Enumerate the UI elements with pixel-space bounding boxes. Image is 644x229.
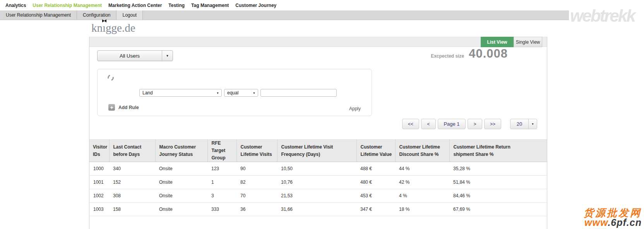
table-row: 1003 158 Onsite 333 36 31,66 347 € 18 % … <box>89 203 547 216</box>
pagination-next-button[interactable]: > <box>468 119 482 129</box>
single-view-button[interactable]: Single View <box>514 37 542 47</box>
col-header-discount-share: Customer Lifetime Discount Share % <box>395 140 449 162</box>
col-header-lifetime-value: Customer Lifetime Value <box>356 140 395 162</box>
caret-down-icon: ▼ <box>253 92 255 94</box>
pagination-first-button[interactable]: << <box>402 119 419 129</box>
brand-logo: knıgge.de <box>91 22 135 34</box>
nav-item-testing[interactable]: Testing <box>168 3 185 8</box>
cell-visitor-id: 1001 <box>89 176 109 189</box>
brand-text-post: gge.de <box>106 22 135 34</box>
table-row: 1000 340 Onsite 123 90 10,50 488 € 44 % … <box>89 162 547 176</box>
pagination-last-button[interactable]: >> <box>484 119 501 129</box>
page-size-dropdown[interactable]: 20 ▼ <box>510 119 537 129</box>
filter-attribute-select[interactable]: Land ▼ <box>139 89 222 97</box>
col-header-lifetime-visits: Customer Lifetime Visits <box>236 140 277 162</box>
nav-item-tag-management[interactable]: Tag Management <box>191 3 229 8</box>
col-header-last-contact: Last Contact before Days <box>109 140 155 162</box>
view-toggle: List View Single View <box>481 37 542 47</box>
tab-bar: User Relationship Management Configurati… <box>0 10 569 20</box>
table-row-partial <box>89 216 547 229</box>
col-header-visitor-ids: Visitor IDs <box>89 140 109 162</box>
expected-size: Excpected size 40.008 <box>431 47 508 61</box>
pagination-prev-button[interactable]: < <box>421 119 436 129</box>
top-nav: Analytics User Relationship Management M… <box>0 0 276 10</box>
tab-configuration[interactable]: Configuration <box>77 10 116 20</box>
caret-down-icon: ▼ <box>216 92 219 94</box>
col-header-rfe-target-group: RFE Target Group <box>207 140 236 162</box>
watermark-url: www.6pf.cn <box>584 218 642 227</box>
filter-attribute-value: Land <box>142 90 153 96</box>
main-panel: List View Single View All Users ▼ Excpec… <box>89 37 547 229</box>
caret-down-icon: ▼ <box>162 51 173 61</box>
apply-button[interactable]: Apply <box>349 106 361 111</box>
watermark: 货源批发网 www.6pf.cn <box>584 208 642 227</box>
col-header-visit-frequency: Customer Lifetime Visit Frequency (Days) <box>277 140 356 162</box>
add-rule-label: Add Rule <box>118 105 139 110</box>
filter-operator-value: equal <box>227 90 238 96</box>
tab-logout[interactable]: Logout <box>116 10 143 20</box>
brand-text-pre: kn <box>91 22 103 34</box>
caret-down-icon: ▼ <box>528 119 537 129</box>
tab-user-relationship-management[interactable]: User Relationship Management <box>0 10 77 20</box>
pagination: << < Page 1 > >> 20 ▼ <box>402 119 537 129</box>
segment-selector-dropdown[interactable]: All Users ▼ <box>97 50 173 61</box>
add-rule-button[interactable]: + Add Rule <box>108 104 139 111</box>
pagination-current-page[interactable]: Page 1 <box>438 119 466 129</box>
table-header: Visitor IDs Last Contact before Days Mac… <box>89 140 547 162</box>
segment-selector-label: All Users <box>98 51 162 61</box>
refresh-icon[interactable] <box>106 73 115 82</box>
expected-size-value: 40.008 <box>469 47 508 61</box>
webtrekk-logo: webtrekk <box>570 6 635 26</box>
list-view-button[interactable]: List View <box>481 37 514 47</box>
filter-rule-row: Land ▼ equal ▼ <box>139 89 337 97</box>
view-toolbar: List View Single View <box>89 37 547 47</box>
watermark-cn-text: 货源批发网 <box>584 208 642 218</box>
nav-item-analytics[interactable]: Analytics <box>5 3 26 8</box>
bowtie-icon <box>102 19 106 22</box>
table-row: 1002 308 Onsite 3 70 21,53 453 € 4 % 84,… <box>89 189 547 203</box>
cell-visitor-id: 1002 <box>89 189 109 203</box>
filter-value-input[interactable] <box>260 89 337 97</box>
nav-item-marketing-action-center[interactable]: Marketing Action Center <box>108 3 162 8</box>
col-header-macro-journey-status: Macro Customer Journey Status <box>155 140 207 162</box>
nav-item-customer-journey[interactable]: Customer Journey <box>235 3 276 8</box>
filter-panel: Land ▼ equal ▼ + Add Rule Apply <box>97 69 372 116</box>
nav-item-user-relationship-management[interactable]: User Relationship Management <box>33 3 102 8</box>
table-row: 1001 152 Onsite 1 82 10,76 480 € 42 % 51… <box>89 176 547 189</box>
col-header-return-shipment-share: Customer Lifetime Return shipment Share … <box>449 140 547 162</box>
page-size-value: 20 <box>510 121 528 127</box>
cell-visitor-id: 1003 <box>89 203 109 216</box>
brand-letter-i: ı <box>103 22 106 34</box>
expected-size-label: Excpected size <box>431 53 464 59</box>
visitor-table: Visitor IDs Last Contact before Days Mac… <box>89 139 547 229</box>
filter-operator-select[interactable]: equal ▼ <box>224 89 258 97</box>
plus-icon: + <box>108 104 115 111</box>
cell-visitor-id: 1000 <box>89 162 109 176</box>
table-body: 1000 340 Onsite 123 90 10,50 488 € 44 % … <box>89 162 547 229</box>
